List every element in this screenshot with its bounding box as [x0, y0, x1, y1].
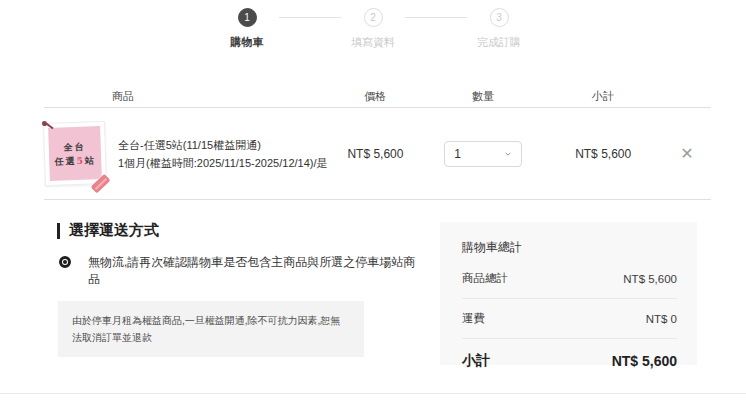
- stepper-connector: [279, 17, 341, 18]
- summary-total-row: 小計 NT$ 5,600: [462, 339, 677, 370]
- cart-summary-panel: 購物車總計 商品總計 NT$ 5,600 運費 NT$ 0 小計 NT$ 5,6…: [440, 222, 697, 365]
- item-price: NT$ 5,600: [328, 147, 424, 161]
- step-3-label: 完成訂購: [477, 35, 521, 50]
- table-header-price: 價格: [327, 89, 423, 104]
- table-header-quantity: 數量: [423, 89, 543, 104]
- shipping-option-label: 無物流,請再次確認購物車是否包含主商品與所選之停車場站商品: [88, 254, 418, 288]
- quantity-select[interactable]: 1: [444, 141, 522, 167]
- step-3-circle: 3: [490, 8, 509, 27]
- summary-row-shipping-fee: 運費 NT$ 0: [462, 299, 677, 339]
- table-header-product: 商品: [44, 89, 327, 104]
- item-subtotal: NT$ 5,600: [543, 147, 663, 161]
- summary-row-value: NT$ 5,600: [623, 273, 677, 285]
- shipping-section-title: 選擇運送方式: [57, 221, 409, 240]
- step-complete-order[interactable]: 3 完成訂購: [467, 8, 531, 50]
- push-pin-icon: [42, 121, 56, 135]
- step-cart[interactable]: 1 購物車: [215, 8, 279, 50]
- shipping-title-text: 選擇運送方式: [69, 221, 159, 240]
- title-accent-bar: [57, 223, 60, 239]
- summary-title: 購物車總計: [462, 239, 677, 256]
- table-header-subtotal: 小計: [543, 89, 663, 104]
- summary-row-value: NT$ 0: [646, 313, 677, 325]
- summary-total-label: 小計: [462, 352, 490, 370]
- product-name: 全台-任選5站(11/15權益開通): [118, 136, 328, 154]
- step-1-label: 購物車: [231, 35, 264, 50]
- cart-table: 商品 價格 數量 小計 全台 任選5站: [44, 85, 711, 200]
- stepper-connector: [405, 17, 467, 18]
- step-1-circle: 1: [238, 8, 257, 27]
- footer-divider: [0, 393, 746, 394]
- cart-table-header: 商品 價格 數量 小計: [44, 85, 711, 108]
- shipping-note: 由於停車月租為權益商品,一旦權益開通,除不可抗力因素,恕無法取消訂單並退款: [58, 301, 364, 357]
- summary-row-label: 商品總計: [462, 271, 508, 286]
- product-thumbnail: 全台 任選5站: [43, 121, 107, 186]
- summary-row-product-total: 商品總計 NT$ 5,600: [462, 271, 677, 299]
- product-spec: 1個月(權益時間:2025/11/15-2025/12/14)/是: [118, 154, 328, 172]
- product-thumb-text: 全台 任選5站: [54, 139, 96, 168]
- checkout-stepper: 1 購物車 2 填寫資料 3 完成訂購: [0, 8, 746, 50]
- shipping-method-section: 選擇運送方式 無物流,請再次確認購物車是否包含主商品與所選之停車場站商品 由於停…: [57, 221, 409, 357]
- chevron-down-icon: [504, 150, 512, 158]
- step-2-label: 填寫資料: [351, 35, 395, 50]
- quantity-value: 1: [454, 147, 461, 161]
- summary-row-label: 運費: [462, 311, 485, 326]
- cart-item-row: 全台 任選5站 全台-任選5站(11/15權益開通) 1個月(權益時間:2025…: [44, 108, 711, 200]
- step-2-circle: 2: [364, 8, 383, 27]
- product-description: 全台-任選5站(11/15權益開通) 1個月(權益時間:2025/11/15-2…: [118, 136, 328, 172]
- radio-selected-icon[interactable]: [59, 256, 71, 268]
- remove-item-button close-icon[interactable]: ✕: [680, 146, 693, 162]
- summary-total-value: NT$ 5,600: [612, 353, 677, 369]
- step-fill-info[interactable]: 2 填寫資料: [341, 8, 405, 50]
- product-cell: 全台 任選5站 全台-任選5站(11/15權益開通) 1個月(權益時間:2025…: [44, 122, 328, 185]
- shipping-option: 無物流,請再次確認購物車是否包含主商品與所選之停車場站商品: [57, 254, 418, 288]
- shopping-cart-page: 1 購物車 2 填寫資料 3 完成訂購 商品 價格 數量 小計: [0, 0, 746, 400]
